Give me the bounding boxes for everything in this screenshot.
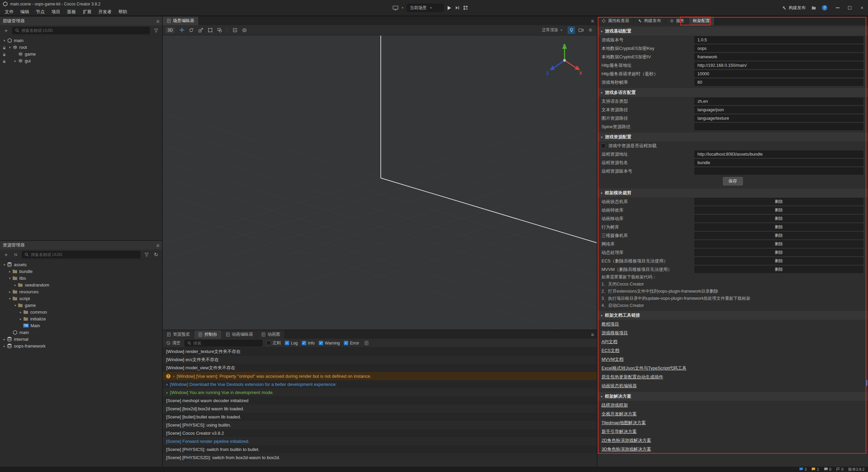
tree-expand-icon[interactable]: ▾	[7, 297, 12, 300]
tree-expand-icon[interactable]: ▾	[7, 276, 12, 280]
delete-module-button[interactable]: 删除	[694, 257, 863, 264]
inspector-tab-1[interactable]: 构建发布	[634, 17, 666, 25]
delete-module-button[interactable]: 删除	[694, 232, 863, 239]
delete-module-button[interactable]: 删除	[694, 198, 863, 205]
doc-link[interactable]: 全栈开发解决方案	[601, 411, 637, 417]
doc-link[interactable]: 新手引导解决方案	[601, 429, 637, 435]
console-tab-0[interactable]: 资源预览	[163, 330, 194, 339]
lock-icon[interactable]	[1, 52, 7, 57]
tree-expand-icon[interactable]: ▸	[7, 290, 12, 294]
filter-warning[interactable]: ✓Warning	[319, 341, 340, 346]
expand-arrow-icon[interactable]: ›	[166, 390, 167, 395]
scene-viewport[interactable]: Y X Z	[163, 36, 597, 330]
menu-item-2[interactable]: 节点	[33, 8, 48, 16]
scene-camera-icon[interactable]	[577, 26, 585, 34]
field-input[interactable]	[694, 159, 863, 166]
log-row[interactable]: [Window] render_texture文件夹不存在	[163, 348, 597, 356]
tree-row-libs[interactable]: ▾libs	[0, 275, 162, 281]
section-header-2[interactable]: ▾游戏资源配置	[597, 133, 868, 141]
delete-module-button[interactable]: 删除	[694, 249, 863, 256]
tree-row-main[interactable]: ▾main	[0, 37, 162, 44]
preview-device-grid-icon[interactable]	[463, 5, 468, 10]
console-tab-2[interactable]: 动画编辑器	[222, 330, 258, 339]
lock-icon[interactable]	[1, 59, 7, 64]
doc-link[interactable]: MVVM文档	[601, 356, 624, 362]
log-row[interactable]: [Scene] Forward render pipeline initiali…	[163, 437, 597, 445]
scrollbar-thumb[interactable]	[866, 380, 867, 386]
log-row[interactable]: ›[Window] You are running Vue in develop…	[163, 388, 597, 396]
doc-link[interactable]: 3D角色扮演游戏解决方案	[601, 446, 651, 452]
tree-row-internal[interactable]: ▸internal	[0, 336, 162, 342]
sort-icon[interactable]	[12, 251, 19, 258]
filter-log[interactable]: ✓Log	[285, 341, 298, 346]
doc-link[interactable]: 动画状态机编辑器	[601, 383, 637, 389]
tree-row-resources[interactable]: ▸resources	[0, 288, 162, 295]
filter-icon[interactable]	[143, 251, 150, 258]
field-input[interactable]	[694, 79, 863, 86]
render-mode-dropdown[interactable]: 正常渲染 ▾	[542, 27, 562, 33]
panel-menu-icon[interactable]: ≡	[156, 18, 159, 24]
axis-gizmo[interactable]: Y X Z	[544, 41, 585, 78]
tree-expand-icon[interactable]: ▸	[7, 270, 12, 273]
tree-row-assets[interactable]: ▾assets	[0, 261, 162, 268]
doc-link[interactable]: API文档	[601, 339, 617, 345]
tree-row-oops-framework[interactable]: ▸oops-framework	[0, 342, 162, 349]
field-input[interactable]	[694, 45, 863, 52]
section-header-1[interactable]: ▾游戏多语言配置	[597, 88, 868, 97]
notification-count[interactable]: 0	[836, 467, 843, 471]
doc-link[interactable]: ECS文档	[601, 348, 619, 354]
log-row[interactable]: [Scene] [PHYSICS2D]: switch from box2d-w…	[163, 453, 597, 461]
pivot-mode-icon[interactable]	[231, 26, 239, 34]
maximize-button[interactable]	[844, 0, 856, 16]
expand-arrow-icon[interactable]: ›	[166, 382, 167, 387]
doc-link[interactable]: Excel格式转Json文件与TypeScript代码工具	[601, 365, 687, 371]
panel-menu-icon[interactable]: ≡	[591, 18, 594, 24]
tree-expand-icon[interactable]: ▾	[2, 263, 7, 267]
log-row[interactable]: [Window] ecs文件夹不存在	[163, 356, 597, 364]
preview-target-caret-icon[interactable]: ▾	[402, 6, 403, 9]
log-row[interactable]: [Scene] [PHYSICS]: switch from builtin t…	[163, 445, 597, 453]
scene-select-dropdown[interactable]: 当前场景 ▾	[407, 4, 443, 12]
filter-error[interactable]: ✓Error	[344, 341, 359, 346]
log-row[interactable]: [Scene] [PHYSICS]: using builtin.	[163, 421, 597, 429]
doc-link[interactable]: 原生包热更新配置自动生成插件	[601, 374, 663, 380]
tree-expand-icon[interactable]: ▸	[13, 59, 18, 63]
tree-row-gui[interactable]: ▸gui	[0, 57, 162, 64]
menu-item-0[interactable]: 文件	[1, 8, 17, 16]
doc-link[interactable]: 战棋游戏框架	[601, 402, 628, 408]
hierarchy-searchbox[interactable]	[12, 27, 150, 34]
tree-expand-icon[interactable]: ▸	[13, 283, 18, 287]
tree-row-game[interactable]: ▾game	[0, 302, 162, 309]
tree-row-initialize[interactable]: ▸initialize	[0, 315, 162, 322]
log-row[interactable]: [Window] model_view文件夹不存在	[163, 364, 597, 372]
section-header-4[interactable]: ▾框架文档工具链接	[597, 311, 868, 320]
menu-item-1[interactable]: 编辑	[17, 8, 33, 16]
inspector-tab-0[interactable]: 属性检查器	[597, 17, 634, 25]
log-row[interactable]: [Scene] meshopt wasm decoder initialized	[163, 396, 597, 405]
log-row[interactable]: !›[Window] [Vue warn]: Property "onInput…	[163, 372, 597, 380]
field-input[interactable]	[694, 53, 863, 60]
tree-row-main[interactable]: main	[0, 329, 162, 336]
tree-row-bundle[interactable]: ▸bundle	[0, 268, 162, 275]
rotate-tool-icon[interactable]	[188, 26, 195, 34]
inspector-tab-2[interactable]: 服务	[666, 17, 689, 25]
expand-arrow-icon[interactable]: ›	[173, 374, 174, 379]
tree-expand-icon[interactable]: ▾	[13, 303, 18, 307]
build-publish-button[interactable]: 构建发布	[782, 5, 806, 11]
scale-tool-icon[interactable]	[197, 26, 204, 34]
field-input[interactable]	[694, 36, 863, 43]
menu-item-5[interactable]: 扩展	[79, 8, 95, 16]
tree-expand-icon[interactable]: ▾	[7, 45, 12, 49]
menu-item-6[interactable]: 开发者	[95, 8, 115, 16]
tree-row-seedrandom[interactable]: ▸seedrandom	[0, 281, 162, 288]
delete-module-button[interactable]: 删除	[694, 266, 863, 273]
section-header-5[interactable]: ▾框架解决方案	[597, 392, 868, 401]
field-input[interactable]	[694, 115, 863, 122]
console-tab-3[interactable]: 动画图	[257, 330, 285, 339]
doc-link[interactable]: 2D角色扮演游戏解决方案	[601, 437, 651, 444]
tab-scene-editor[interactable]: 场景编辑器	[163, 17, 199, 25]
rect-tool-icon[interactable]	[206, 26, 214, 34]
warning-count[interactable]: 1	[811, 467, 819, 471]
tree-expand-icon[interactable]: ▸	[2, 337, 7, 341]
console-searchbox[interactable]	[184, 340, 262, 347]
